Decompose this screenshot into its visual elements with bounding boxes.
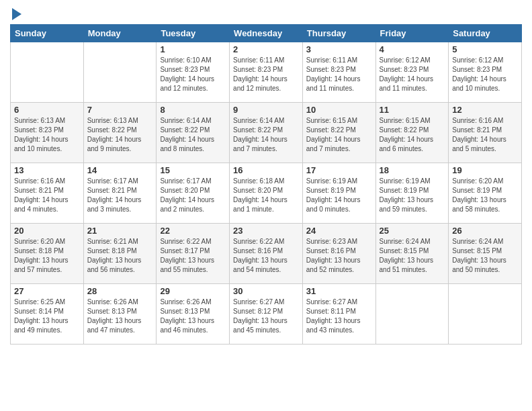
calendar-cell: 14Sunrise: 6:17 AM Sunset: 8:21 PM Dayli… [83, 163, 157, 224]
calendar-cell: 16Sunrise: 6:18 AM Sunset: 8:20 PM Dayli… [230, 163, 303, 224]
day-number: 31 [306, 286, 372, 296]
logo-arrow-icon [12, 8, 21, 20]
day-number: 16 [233, 165, 299, 175]
day-info: Sunrise: 6:27 AM Sunset: 8:12 PM Dayligh… [233, 298, 299, 335]
calendar-cell: 12Sunrise: 6:16 AM Sunset: 8:21 PM Dayli… [449, 103, 522, 163]
day-number: 4 [380, 44, 445, 54]
day-info: Sunrise: 6:20 AM Sunset: 8:18 PM Dayligh… [14, 237, 80, 275]
day-info: Sunrise: 6:26 AM Sunset: 8:13 PM Dayligh… [160, 298, 226, 335]
day-number: 26 [452, 226, 518, 236]
day-info: Sunrise: 6:16 AM Sunset: 8:21 PM Dayligh… [452, 116, 518, 154]
day-number: 30 [233, 286, 299, 296]
day-number: 10 [306, 105, 372, 115]
weekday-header-monday: Monday [83, 25, 157, 42]
calendar-cell: 24Sunrise: 6:23 AM Sunset: 8:16 PM Dayli… [302, 224, 375, 284]
day-number: 27 [14, 286, 80, 296]
calendar-cell: 6Sunrise: 6:13 AM Sunset: 8:23 PM Daylig… [11, 103, 84, 163]
calendar-body: 1Sunrise: 6:10 AM Sunset: 8:23 PM Daylig… [11, 42, 522, 345]
calendar-cell: 15Sunrise: 6:17 AM Sunset: 8:20 PM Dayli… [157, 163, 230, 224]
weekday-header-wednesday: Wednesday [230, 25, 303, 42]
day-info: Sunrise: 6:17 AM Sunset: 8:20 PM Dayligh… [160, 177, 226, 214]
calendar-container: SundayMondayTuesdayWednesdayThursdayFrid… [0, 0, 532, 411]
day-number: 19 [452, 165, 518, 175]
calendar-cell: 2Sunrise: 6:11 AM Sunset: 8:23 PM Daylig… [230, 42, 303, 103]
day-info: Sunrise: 6:26 AM Sunset: 8:13 PM Dayligh… [87, 298, 153, 335]
day-number: 24 [306, 226, 372, 236]
calendar-cell: 18Sunrise: 6:19 AM Sunset: 8:19 PM Dayli… [375, 163, 449, 224]
day-number: 6 [14, 105, 80, 115]
day-info: Sunrise: 6:21 AM Sunset: 8:18 PM Dayligh… [87, 237, 153, 275]
day-info: Sunrise: 6:17 AM Sunset: 8:21 PM Dayligh… [87, 177, 153, 214]
day-number: 11 [380, 105, 445, 115]
calendar-table: SundayMondayTuesdayWednesdayThursdayFrid… [10, 24, 522, 345]
day-info: Sunrise: 6:20 AM Sunset: 8:19 PM Dayligh… [452, 177, 518, 214]
calendar-cell: 29Sunrise: 6:26 AM Sunset: 8:13 PM Dayli… [157, 284, 230, 345]
calendar-cell: 31Sunrise: 6:27 AM Sunset: 8:11 PM Dayli… [302, 284, 375, 345]
day-number: 23 [233, 226, 299, 236]
day-info: Sunrise: 6:24 AM Sunset: 8:15 PM Dayligh… [380, 237, 445, 275]
calendar-cell [83, 42, 157, 103]
calendar-cell [449, 284, 522, 345]
day-number: 20 [14, 226, 80, 236]
day-number: 18 [380, 165, 445, 175]
day-info: Sunrise: 6:12 AM Sunset: 8:23 PM Dayligh… [380, 56, 445, 93]
day-number: 13 [14, 165, 80, 175]
day-info: Sunrise: 6:10 AM Sunset: 8:23 PM Dayligh… [160, 56, 226, 93]
calendar-header: SundayMondayTuesdayWednesdayThursdayFrid… [11, 25, 522, 42]
day-info: Sunrise: 6:11 AM Sunset: 8:23 PM Dayligh… [306, 56, 372, 93]
calendar-cell: 19Sunrise: 6:20 AM Sunset: 8:19 PM Dayli… [449, 163, 522, 224]
day-number: 1 [160, 44, 226, 54]
calendar-cell: 17Sunrise: 6:19 AM Sunset: 8:19 PM Dayli… [302, 163, 375, 224]
day-info: Sunrise: 6:13 AM Sunset: 8:22 PM Dayligh… [87, 116, 153, 154]
day-info: Sunrise: 6:25 AM Sunset: 8:14 PM Dayligh… [14, 298, 80, 335]
weekday-header-friday: Friday [375, 25, 449, 42]
day-info: Sunrise: 6:22 AM Sunset: 8:16 PM Dayligh… [233, 237, 299, 275]
calendar-cell: 20Sunrise: 6:20 AM Sunset: 8:18 PM Dayli… [11, 224, 84, 284]
logo [10, 7, 21, 20]
calendar-cell [11, 42, 84, 103]
calendar-cell: 27Sunrise: 6:25 AM Sunset: 8:14 PM Dayli… [11, 284, 84, 345]
calendar-cell: 5Sunrise: 6:12 AM Sunset: 8:23 PM Daylig… [449, 42, 522, 103]
day-info: Sunrise: 6:14 AM Sunset: 8:22 PM Dayligh… [233, 116, 299, 154]
calendar-cell: 4Sunrise: 6:12 AM Sunset: 8:23 PM Daylig… [375, 42, 449, 103]
day-info: Sunrise: 6:16 AM Sunset: 8:21 PM Dayligh… [14, 177, 80, 214]
calendar-cell: 30Sunrise: 6:27 AM Sunset: 8:12 PM Dayli… [230, 284, 303, 345]
calendar-cell: 28Sunrise: 6:26 AM Sunset: 8:13 PM Dayli… [83, 284, 157, 345]
day-info: Sunrise: 6:11 AM Sunset: 8:23 PM Dayligh… [233, 56, 299, 93]
calendar-week-row: 1Sunrise: 6:10 AM Sunset: 8:23 PM Daylig… [11, 42, 522, 103]
day-number: 25 [380, 226, 445, 236]
logo-text [10, 7, 21, 20]
header [10, 7, 522, 20]
calendar-cell: 22Sunrise: 6:22 AM Sunset: 8:17 PM Dayli… [157, 224, 230, 284]
day-info: Sunrise: 6:18 AM Sunset: 8:20 PM Dayligh… [233, 177, 299, 214]
calendar-cell: 3Sunrise: 6:11 AM Sunset: 8:23 PM Daylig… [302, 42, 375, 103]
day-info: Sunrise: 6:24 AM Sunset: 8:15 PM Dayligh… [452, 237, 518, 275]
day-number: 3 [306, 44, 372, 54]
calendar-cell: 23Sunrise: 6:22 AM Sunset: 8:16 PM Dayli… [230, 224, 303, 284]
day-info: Sunrise: 6:19 AM Sunset: 8:19 PM Dayligh… [380, 177, 445, 214]
day-number: 12 [452, 105, 518, 115]
calendar-cell: 26Sunrise: 6:24 AM Sunset: 8:15 PM Dayli… [449, 224, 522, 284]
weekday-header-saturday: Saturday [449, 25, 522, 42]
day-number: 5 [452, 44, 518, 54]
weekday-header-row: SundayMondayTuesdayWednesdayThursdayFrid… [11, 25, 522, 42]
day-number: 2 [233, 44, 299, 54]
calendar-week-row: 20Sunrise: 6:20 AM Sunset: 8:18 PM Dayli… [11, 224, 522, 284]
day-info: Sunrise: 6:23 AM Sunset: 8:16 PM Dayligh… [306, 237, 372, 275]
day-info: Sunrise: 6:27 AM Sunset: 8:11 PM Dayligh… [306, 298, 372, 335]
weekday-header-sunday: Sunday [11, 25, 84, 42]
calendar-cell: 13Sunrise: 6:16 AM Sunset: 8:21 PM Dayli… [11, 163, 84, 224]
day-number: 17 [306, 165, 372, 175]
calendar-week-row: 6Sunrise: 6:13 AM Sunset: 8:23 PM Daylig… [11, 103, 522, 163]
day-number: 15 [160, 165, 226, 175]
day-info: Sunrise: 6:12 AM Sunset: 8:23 PM Dayligh… [452, 56, 518, 93]
day-info: Sunrise: 6:15 AM Sunset: 8:22 PM Dayligh… [306, 116, 372, 154]
calendar-cell: 21Sunrise: 6:21 AM Sunset: 8:18 PM Dayli… [83, 224, 157, 284]
logo-general-line [10, 7, 21, 20]
calendar-week-row: 27Sunrise: 6:25 AM Sunset: 8:14 PM Dayli… [11, 284, 522, 345]
weekday-header-tuesday: Tuesday [157, 25, 230, 42]
calendar-cell: 8Sunrise: 6:14 AM Sunset: 8:22 PM Daylig… [157, 103, 230, 163]
day-number: 9 [233, 105, 299, 115]
calendar-cell: 7Sunrise: 6:13 AM Sunset: 8:22 PM Daylig… [83, 103, 157, 163]
day-number: 8 [160, 105, 226, 115]
